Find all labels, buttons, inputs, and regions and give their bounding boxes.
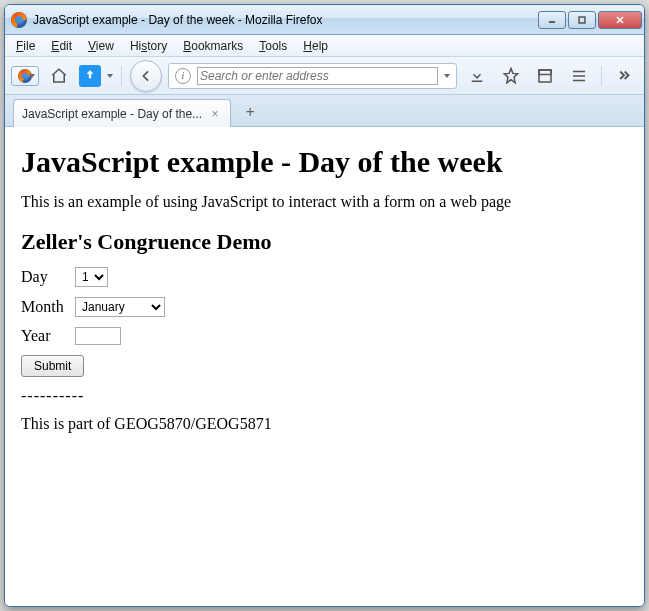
address-bar[interactable]: i xyxy=(168,63,457,89)
menubar: File Edit View History Bookmarks Tools H… xyxy=(5,35,644,57)
separator-dashes: ---------- xyxy=(21,387,628,405)
footer-text: This is part of GEOG5870/GEOG5871 xyxy=(21,415,628,433)
svg-rect-4 xyxy=(472,80,483,82)
address-input[interactable] xyxy=(197,67,438,85)
svg-rect-1 xyxy=(579,17,585,23)
toolbar: i xyxy=(5,57,644,95)
menu-history[interactable]: History xyxy=(123,37,174,55)
maximize-button[interactable] xyxy=(568,11,596,29)
form-row-month: Month January xyxy=(21,297,628,317)
new-tab-button[interactable]: + xyxy=(237,100,263,124)
form-row-year: Year xyxy=(21,327,628,345)
chevron-down-icon xyxy=(29,74,35,78)
chevron-down-icon[interactable] xyxy=(444,74,450,78)
window-controls xyxy=(538,11,642,29)
minimize-button[interactable] xyxy=(538,11,566,29)
form-row-submit: Submit xyxy=(21,355,628,377)
downloads-button[interactable] xyxy=(463,62,491,90)
overflow-button[interactable] xyxy=(610,62,638,90)
year-label: Year xyxy=(21,327,67,345)
form-row-day: Day 1 xyxy=(21,267,628,287)
page-content: JavaScript example - Day of the week Thi… xyxy=(5,127,644,606)
tabstrip: JavaScript example - Day of the... × + xyxy=(5,95,644,127)
month-label: Month xyxy=(21,298,67,316)
divider xyxy=(121,66,122,86)
menu-view[interactable]: View xyxy=(81,37,121,55)
firefox-icon xyxy=(11,12,27,28)
tab-label: JavaScript example - Day of the... xyxy=(22,107,202,121)
chevron-down-icon[interactable] xyxy=(107,74,113,78)
window-title: JavaScript example - Day of the week - M… xyxy=(33,13,538,27)
close-button[interactable] xyxy=(598,11,642,29)
menu-tools[interactable]: Tools xyxy=(252,37,294,55)
back-button[interactable] xyxy=(130,60,162,92)
tab-active[interactable]: JavaScript example - Day of the... × xyxy=(13,99,231,127)
library-button[interactable] xyxy=(531,62,559,90)
svg-rect-5 xyxy=(539,70,551,82)
tab-close-button[interactable]: × xyxy=(208,107,222,121)
intro-text: This is an example of using JavaScript t… xyxy=(21,193,628,211)
day-label: Day xyxy=(21,268,67,286)
month-select[interactable]: January xyxy=(75,297,165,317)
titlebar: JavaScript example - Day of the week - M… xyxy=(5,5,644,35)
menu-help[interactable]: Help xyxy=(296,37,335,55)
section-heading: Zeller's Congruence Demo xyxy=(21,229,628,255)
share-button[interactable] xyxy=(79,65,101,87)
menu-bookmarks[interactable]: Bookmarks xyxy=(176,37,250,55)
menu-button[interactable] xyxy=(565,62,593,90)
day-select[interactable]: 1 xyxy=(75,267,108,287)
divider xyxy=(601,66,602,86)
page-title: JavaScript example - Day of the week xyxy=(21,145,628,179)
svg-rect-6 xyxy=(539,70,551,75)
submit-button[interactable]: Submit xyxy=(21,355,84,377)
bookmarks-button[interactable] xyxy=(497,62,525,90)
home-button[interactable] xyxy=(45,62,73,90)
browser-window: JavaScript example - Day of the week - M… xyxy=(4,4,645,607)
year-input[interactable] xyxy=(75,327,121,345)
profile-switcher[interactable] xyxy=(11,66,39,86)
menu-edit[interactable]: Edit xyxy=(44,37,79,55)
menu-file[interactable]: File xyxy=(9,37,42,55)
info-icon[interactable]: i xyxy=(175,68,191,84)
